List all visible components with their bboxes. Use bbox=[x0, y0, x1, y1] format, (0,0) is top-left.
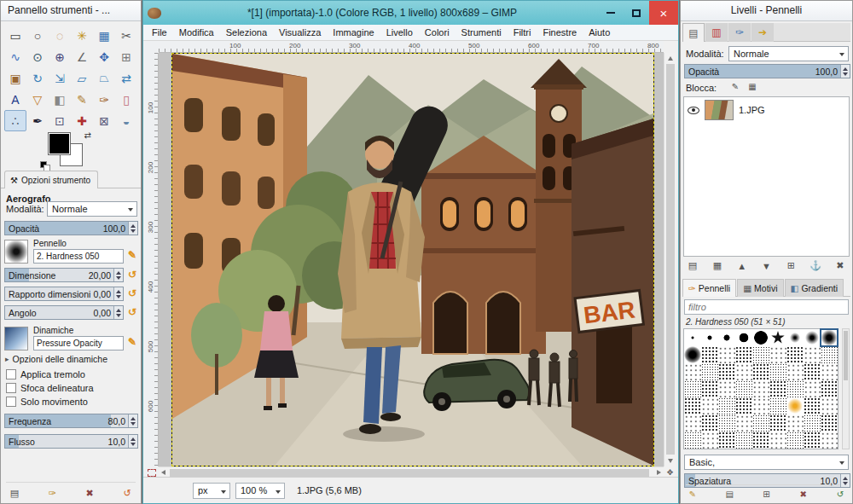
brush-thumb[interactable] bbox=[786, 414, 804, 432]
brush-thumb[interactable] bbox=[821, 363, 838, 380]
tool-airbrush[interactable]: ∴ bbox=[4, 110, 26, 131]
brush-thumb[interactable] bbox=[752, 346, 769, 363]
tool-ellipse-select[interactable]: ○ bbox=[26, 25, 49, 46]
brush-thumb[interactable] bbox=[752, 363, 769, 380]
brush-thumb[interactable] bbox=[718, 363, 735, 380]
brush-thumb[interactable] bbox=[718, 329, 735, 346]
scroll-left-icon[interactable] bbox=[161, 470, 165, 475]
brush-thumb[interactable] bbox=[769, 346, 786, 363]
brush-thumb[interactable] bbox=[786, 329, 804, 346]
tool-perspective-clone[interactable]: ⊠ bbox=[93, 110, 115, 131]
tool-shear[interactable]: ▱ bbox=[71, 67, 93, 89]
refresh-brushes-button[interactable]: ↺ bbox=[833, 488, 847, 501]
checkbox[interactable] bbox=[6, 383, 16, 393]
default-colors-icon[interactable] bbox=[40, 161, 49, 170]
edit-dynamics-button[interactable]: ✎ bbox=[125, 335, 139, 350]
new-brush-button[interactable]: ▤ bbox=[722, 488, 736, 501]
layer-list[interactable]: 1.JPG bbox=[683, 96, 850, 257]
vertical-scrollbar[interactable] bbox=[664, 53, 676, 466]
brush-thumb[interactable] bbox=[752, 380, 769, 397]
rate-slider[interactable]: Frequenza 80,0 bbox=[4, 414, 138, 428]
titlebar[interactable]: *[1] (importata)-1.0 (Colore RGB, 1 live… bbox=[143, 1, 678, 25]
zoom-select[interactable]: 100 % bbox=[235, 483, 285, 499]
dynamics-options-expander[interactable]: ▸ Opzioni delle dinamiche bbox=[5, 354, 107, 364]
scroll-right-icon[interactable] bbox=[657, 470, 661, 475]
angle-slider[interactable]: Angolo 0,00 bbox=[4, 305, 124, 320]
brush-entry[interactable]: 2. Hardness 050 bbox=[33, 249, 124, 264]
dock-tab-layers[interactable]: ▤ bbox=[682, 23, 705, 42]
brush-thumb[interactable] bbox=[735, 414, 752, 432]
brush-thumb[interactable] bbox=[804, 414, 821, 432]
brush-thumb[interactable] bbox=[804, 329, 821, 346]
menu-livello[interactable]: Livello bbox=[380, 25, 419, 40]
tool-color-picker[interactable]: ⊙ bbox=[26, 46, 49, 67]
tool-paintbrush[interactable]: ✑ bbox=[93, 89, 115, 110]
tool-align[interactable]: ⊞ bbox=[115, 46, 137, 67]
brush-thumb[interactable] bbox=[769, 414, 786, 432]
save-options-button[interactable]: ▤ bbox=[6, 486, 23, 501]
brush-thumb[interactable] bbox=[735, 380, 752, 397]
close-button[interactable]: × bbox=[649, 1, 678, 25]
brush-group-select[interactable]: Basic, bbox=[684, 455, 849, 470]
brush-thumb[interactable] bbox=[804, 397, 821, 414]
color-swatch-area[interactable]: ⇄ bbox=[49, 133, 88, 169]
tool-bucket-fill[interactable]: ▽ bbox=[26, 89, 49, 110]
ruler-corner[interactable] bbox=[144, 41, 159, 53]
brush-thumb[interactable] bbox=[718, 380, 735, 397]
tool-heal[interactable]: ✚ bbox=[71, 110, 93, 131]
tab-gradienti[interactable]: ◧Gradienti bbox=[785, 279, 844, 297]
duplicate-layer-button[interactable]: ⊞ bbox=[782, 258, 799, 273]
brush-thumb[interactable] bbox=[769, 432, 786, 449]
size-slider[interactable]: Dimensione 20,00 bbox=[4, 268, 124, 282]
tool-measure[interactable]: ∠ bbox=[71, 46, 93, 67]
anchor-layer-button[interactable]: ⚓ bbox=[807, 258, 824, 273]
tool-select-by-color[interactable]: ▦ bbox=[93, 25, 115, 46]
brush-thumb[interactable] bbox=[735, 363, 752, 380]
minimize-button[interactable] bbox=[598, 1, 624, 25]
spin-buttons[interactable] bbox=[840, 474, 850, 487]
brush-thumb[interactable] bbox=[804, 380, 821, 397]
tool-perspective[interactable]: ⏢ bbox=[93, 67, 115, 89]
brush-thumb[interactable] bbox=[701, 414, 718, 432]
brush-thumb[interactable] bbox=[786, 432, 804, 449]
tool-rect-select[interactable]: ▭ bbox=[4, 25, 26, 46]
eye-icon[interactable] bbox=[688, 107, 699, 114]
tool-crop[interactable]: ▣ bbox=[4, 67, 26, 89]
brush-thumb[interactable] bbox=[821, 432, 838, 449]
brush-thumb[interactable] bbox=[718, 432, 735, 449]
tool-text[interactable]: A bbox=[4, 89, 26, 110]
spin-buttons[interactable] bbox=[113, 287, 123, 300]
opacity-slider[interactable]: Opacità 100,0 bbox=[4, 221, 138, 235]
new-layer-button[interactable]: ▤ bbox=[684, 258, 701, 273]
edit-brush-button[interactable]: ✎ bbox=[686, 488, 699, 501]
menu-filtri[interactable]: Filtri bbox=[508, 25, 537, 40]
brush-filter-input[interactable] bbox=[684, 299, 849, 315]
spin-buttons[interactable] bbox=[113, 269, 123, 281]
tool-scissors-select[interactable]: ✂ bbox=[115, 25, 137, 46]
tool-blur-sharpen[interactable]: ◒ bbox=[115, 110, 137, 131]
canvas-art[interactable]: BAR bbox=[172, 54, 653, 466]
brush-thumb[interactable] bbox=[804, 346, 821, 363]
brush-thumb[interactable] bbox=[684, 432, 701, 449]
brush-thumb[interactable] bbox=[786, 397, 804, 414]
tab-motivi[interactable]: ▦Motivi bbox=[737, 279, 783, 297]
dynamics-preview[interactable] bbox=[4, 327, 28, 350]
menu-modifica[interactable]: Modifica bbox=[173, 25, 220, 40]
layer-row[interactable]: 1.JPG bbox=[684, 97, 849, 123]
mode-select[interactable]: Normale bbox=[47, 201, 137, 217]
reset-size-button[interactable]: ↺ bbox=[125, 268, 139, 282]
brush-thumb[interactable] bbox=[769, 380, 786, 397]
brush-thumb[interactable] bbox=[735, 346, 752, 363]
checkbox[interactable] bbox=[6, 369, 16, 379]
dock-tab-undo-history[interactable]: ➔ bbox=[751, 23, 774, 42]
scroll-up-icon[interactable] bbox=[668, 56, 673, 61]
brush-thumb[interactable] bbox=[735, 329, 752, 346]
brush-thumb[interactable] bbox=[804, 363, 821, 380]
reset-angle-button[interactable]: ↺ bbox=[125, 305, 139, 320]
flow-slider[interactable]: Flusso 10,0 bbox=[4, 434, 138, 449]
brush-thumb[interactable] bbox=[786, 380, 804, 397]
spin-buttons[interactable] bbox=[128, 435, 137, 448]
brush-thumb[interactable] bbox=[752, 432, 769, 449]
raise-layer-button[interactable]: ▲ bbox=[734, 258, 751, 273]
menu-immagine[interactable]: Immagine bbox=[327, 25, 380, 40]
